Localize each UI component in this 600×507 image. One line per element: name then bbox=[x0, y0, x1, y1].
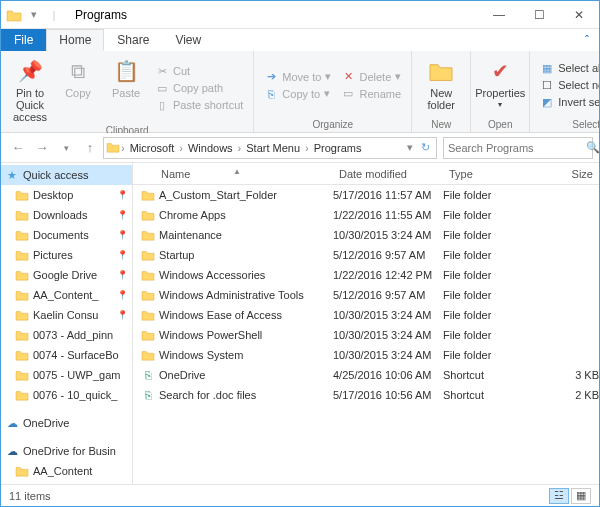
file-row[interactable]: Windows Administrative Tools5/12/2016 9:… bbox=[133, 285, 599, 305]
minimize-button[interactable]: — bbox=[479, 1, 519, 29]
pin-quick-access-button[interactable]: 📌Pin to Quick access bbox=[7, 53, 53, 123]
sidebar-item[interactable]: Desktop📍 bbox=[1, 185, 132, 205]
file-row[interactable]: ⎘OneDrive4/25/2016 10:06 AMShortcut3 KB bbox=[133, 365, 599, 385]
col-type[interactable]: Type bbox=[443, 168, 521, 180]
search-box[interactable]: 🔍 bbox=[443, 137, 593, 159]
file-type: File folder bbox=[443, 349, 521, 361]
file-list: Name ▲ Date modified Type Size A_Custom_… bbox=[133, 163, 599, 484]
sidebar-item[interactable]: 0076 - 10_quick_ bbox=[1, 385, 132, 405]
copy-path-button[interactable]: ▭Copy path bbox=[151, 80, 247, 96]
copy-button[interactable]: ⧉Copy bbox=[55, 53, 101, 123]
file-name: Windows System bbox=[159, 349, 243, 361]
details-view-icon[interactable]: ☳ bbox=[549, 488, 569, 504]
forward-button[interactable]: → bbox=[31, 137, 53, 159]
paste-shortcut-button[interactable]: ▯Paste shortcut bbox=[151, 97, 247, 113]
cut-button[interactable]: ✂Cut bbox=[151, 63, 247, 79]
sidebar-item[interactable]: Documents📍 bbox=[1, 225, 132, 245]
file-date: 1/22/2016 12:42 PM bbox=[333, 269, 443, 281]
breadcrumb-seg[interactable]: Programs bbox=[310, 142, 366, 154]
group-organize: Organize bbox=[260, 117, 405, 130]
select-all-button[interactable]: ▦Select all bbox=[536, 60, 600, 76]
file-date: 1/22/2016 11:55 AM bbox=[333, 209, 443, 221]
sidebar-item[interactable]: AA_Content_📍 bbox=[1, 285, 132, 305]
file-date: 5/12/2016 9:57 AM bbox=[333, 249, 443, 261]
file-type: File folder bbox=[443, 249, 521, 261]
file-row[interactable]: A_Custom_Start_Folder5/17/2016 11:57 AMF… bbox=[133, 185, 599, 205]
file-name: A_Custom_Start_Folder bbox=[159, 189, 277, 201]
qat-dropdown-icon[interactable]: ▾ bbox=[25, 6, 43, 24]
sidebar-item[interactable]: Kaelin Consu📍 bbox=[1, 305, 132, 325]
large-icons-view-icon[interactable]: ▦ bbox=[571, 488, 591, 504]
tab-file[interactable]: File bbox=[1, 29, 46, 51]
file-row[interactable]: Windows Ease of Access10/30/2015 3:24 AM… bbox=[133, 305, 599, 325]
sidebar-item[interactable]: 0074 - SurfaceBo bbox=[1, 345, 132, 365]
sidebar-item[interactable]: 0073 - Add_pinn bbox=[1, 325, 132, 345]
up-button[interactable]: ↑ bbox=[79, 137, 101, 159]
search-icon[interactable]: 🔍 bbox=[586, 141, 600, 154]
properties-icon: ✔ bbox=[486, 57, 514, 85]
pin-icon: 📍 bbox=[117, 250, 128, 260]
folder-icon bbox=[141, 328, 155, 342]
select-none-button[interactable]: ☐Select none bbox=[536, 77, 600, 93]
file-row[interactable]: Maintenance10/30/2015 3:24 AMFile folder bbox=[133, 225, 599, 245]
column-headers: Name ▲ Date modified Type Size bbox=[133, 163, 599, 185]
file-row[interactable]: Windows Accessories1/22/2016 12:42 PMFil… bbox=[133, 265, 599, 285]
file-type: File folder bbox=[443, 229, 521, 241]
file-row[interactable]: ⎘Search for .doc files5/17/2016 10:56 AM… bbox=[133, 385, 599, 405]
tab-share[interactable]: Share bbox=[104, 29, 162, 51]
close-button[interactable]: ✕ bbox=[559, 1, 599, 29]
delete-button[interactable]: ✕Delete ▾ bbox=[337, 69, 405, 85]
col-date[interactable]: Date modified bbox=[333, 168, 443, 180]
file-row[interactable]: Windows System10/30/2015 3:24 AMFile fol… bbox=[133, 345, 599, 365]
sidebar-item-label: Desktop bbox=[33, 189, 73, 201]
rename-button[interactable]: ▭Rename bbox=[337, 86, 405, 102]
breadcrumb-seg[interactable]: Windows bbox=[184, 142, 237, 154]
sidebar-item[interactable]: Pictures📍 bbox=[1, 245, 132, 265]
new-folder-button[interactable]: New folder bbox=[418, 53, 464, 117]
paste-button[interactable]: 📋Paste bbox=[103, 53, 149, 123]
address-bar[interactable]: › Microsoft› Windows› Start Menu› Progra… bbox=[103, 137, 437, 159]
copy-to-button[interactable]: ⎘Copy to ▾ bbox=[260, 86, 335, 102]
col-name[interactable]: Name ▲ bbox=[133, 168, 333, 180]
quick-access-header[interactable]: ★Quick access bbox=[1, 165, 132, 185]
breadcrumb-seg[interactable]: Start Menu bbox=[242, 142, 304, 154]
folder-icon bbox=[15, 288, 29, 302]
tab-home[interactable]: Home bbox=[46, 29, 104, 51]
ribbon: 📌Pin to Quick access ⧉Copy 📋Paste ✂Cut ▭… bbox=[1, 51, 599, 133]
copyto-icon: ⎘ bbox=[264, 87, 278, 101]
addr-dropdown-icon[interactable]: ▾ bbox=[403, 141, 417, 154]
file-row[interactable]: Windows PowerShell10/30/2015 3:24 AMFile… bbox=[133, 325, 599, 345]
onedrive-business-header[interactable]: ☁OneDrive for Busin bbox=[1, 441, 132, 461]
sidebar-item[interactable]: Google Drive📍 bbox=[1, 265, 132, 285]
group-open: Open bbox=[477, 117, 523, 130]
file-date: 5/12/2016 9:57 AM bbox=[333, 289, 443, 301]
maximize-button[interactable]: ☐ bbox=[519, 1, 559, 29]
invert-selection-button[interactable]: ◩Invert selection bbox=[536, 94, 600, 110]
file-name: OneDrive bbox=[159, 369, 205, 381]
ribbon-collapse-icon[interactable]: ˆ bbox=[575, 31, 599, 51]
navbar: ← → ▾ ↑ › Microsoft› Windows› Start Menu… bbox=[1, 133, 599, 163]
sidebar-item-label: Pictures bbox=[33, 249, 73, 261]
sidebar-item[interactable]: 0075 - UWP_gam bbox=[1, 365, 132, 385]
navigation-pane[interactable]: ★Quick access Desktop📍Downloads📍Document… bbox=[1, 163, 133, 484]
refresh-icon[interactable]: ↻ bbox=[417, 141, 434, 154]
properties-button[interactable]: ✔Properties▾ bbox=[477, 53, 523, 117]
file-row[interactable]: Startup5/12/2016 9:57 AMFile folder bbox=[133, 245, 599, 265]
file-name: Search for .doc files bbox=[159, 389, 256, 401]
file-name: Maintenance bbox=[159, 229, 222, 241]
move-to-button[interactable]: ➔Move to ▾ bbox=[260, 69, 335, 85]
tab-view[interactable]: View bbox=[162, 29, 214, 51]
folder-icon bbox=[15, 188, 29, 202]
sidebar-item[interactable]: Downloads📍 bbox=[1, 205, 132, 225]
recent-dropdown[interactable]: ▾ bbox=[55, 137, 77, 159]
breadcrumb-seg[interactable]: Microsoft bbox=[126, 142, 179, 154]
back-button[interactable]: ← bbox=[7, 137, 29, 159]
file-size: 3 KB bbox=[521, 369, 599, 381]
folder-icon bbox=[141, 268, 155, 282]
file-row[interactable]: Chrome Apps1/22/2016 11:55 AMFile folder bbox=[133, 205, 599, 225]
search-input[interactable] bbox=[448, 142, 586, 154]
sidebar-item-label: AA_Content bbox=[33, 465, 92, 477]
onedrive-header[interactable]: ☁OneDrive bbox=[1, 413, 132, 433]
col-size[interactable]: Size bbox=[521, 168, 599, 180]
sidebar-item[interactable]: AA_Content bbox=[1, 461, 132, 481]
